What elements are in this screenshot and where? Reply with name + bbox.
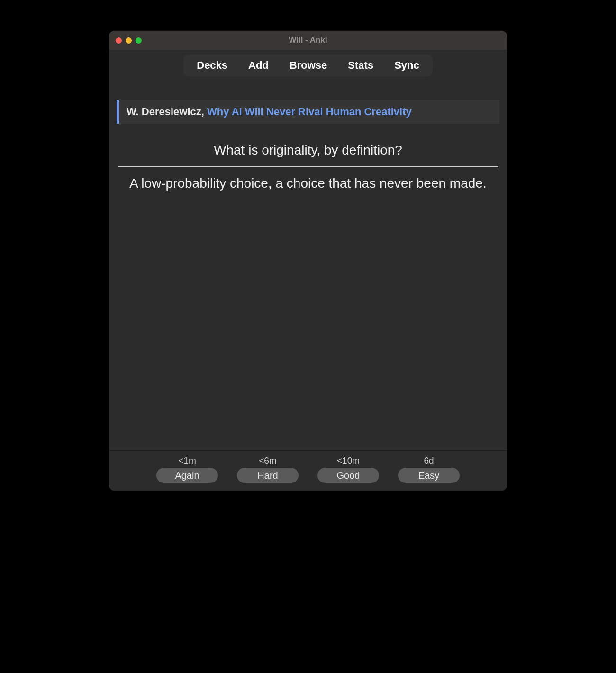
ease-again-time: <1m xyxy=(178,455,196,466)
question-area: What is originality, by definition? A lo… xyxy=(113,143,503,191)
source-bar: W. Deresiewicz, Why AI Will Never Rival … xyxy=(117,100,499,124)
good-button[interactable]: Good xyxy=(317,468,379,483)
minimize-icon[interactable] xyxy=(126,37,132,44)
ease-good: <10m Good xyxy=(317,455,379,483)
card-content: W. Deresiewicz, Why AI Will Never Rival … xyxy=(109,82,507,450)
ease-good-time: <10m xyxy=(337,455,360,466)
close-icon[interactable] xyxy=(116,37,122,44)
hard-button[interactable]: Hard xyxy=(237,468,299,483)
maximize-icon[interactable] xyxy=(136,37,142,44)
ease-hard-time: <6m xyxy=(259,455,277,466)
qa-divider xyxy=(118,166,498,167)
sync-button[interactable]: Sync xyxy=(384,56,430,74)
ease-easy-time: 6d xyxy=(424,455,434,466)
source-author: W. Deresiewicz, xyxy=(127,106,207,118)
decks-button[interactable]: Decks xyxy=(186,56,238,74)
titlebar: Will - Anki xyxy=(109,31,507,50)
browse-button[interactable]: Browse xyxy=(279,56,337,74)
ease-hard: <6m Hard xyxy=(237,455,299,483)
ease-easy: 6d Easy xyxy=(398,455,460,483)
easy-button[interactable]: Easy xyxy=(398,468,460,483)
main-toolbar: Decks Add Browse Stats Sync xyxy=(109,50,507,82)
again-button[interactable]: Again xyxy=(156,468,218,483)
window-title: Will - Anki xyxy=(109,36,507,45)
traffic-lights xyxy=(116,37,142,44)
card-answer: A low-probability choice, a choice that … xyxy=(118,176,498,191)
card-question: What is originality, by definition? xyxy=(118,143,498,166)
ease-again: <1m Again xyxy=(156,455,218,483)
app-window: Will - Anki Decks Add Browse Stats Sync … xyxy=(109,31,507,491)
answer-bar: <1m Again <6m Hard <10m Good 6d Easy xyxy=(109,450,507,491)
add-button[interactable]: Add xyxy=(238,56,279,74)
stats-button[interactable]: Stats xyxy=(337,56,384,74)
toolbar-inner: Decks Add Browse Stats Sync xyxy=(183,55,432,76)
source-link[interactable]: Why AI Will Never Rival Human Creativity xyxy=(207,106,412,118)
